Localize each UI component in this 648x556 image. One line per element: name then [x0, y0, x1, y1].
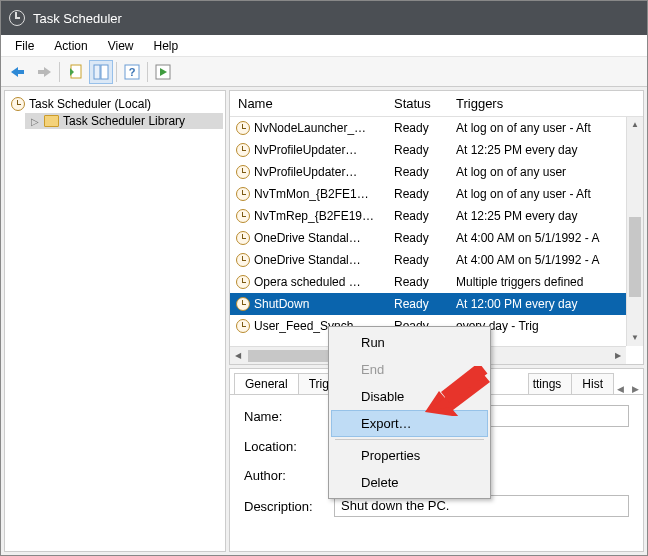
- task-status: Ready: [386, 297, 448, 311]
- task-status: Ready: [386, 165, 448, 179]
- help-button[interactable]: ?: [120, 60, 144, 84]
- tab-settings[interactable]: ttings: [528, 373, 573, 394]
- menubar: File Action View Help: [1, 35, 647, 57]
- menu-action[interactable]: Action: [54, 39, 87, 53]
- tab-scroll-left-icon[interactable]: ◀: [613, 384, 628, 394]
- menu-run[interactable]: Run: [331, 329, 488, 356]
- task-icon: [236, 143, 250, 157]
- task-status: Ready: [386, 231, 448, 245]
- task-name: NvNodeLauncher_…: [254, 121, 366, 135]
- task-icon: [236, 187, 250, 201]
- task-list: Name Status Triggers NvNodeLauncher_…Rea…: [229, 90, 644, 365]
- task-triggers: At log on of any user - Aft: [448, 121, 643, 135]
- menu-delete[interactable]: Delete: [331, 469, 488, 496]
- window-title: Task Scheduler: [33, 11, 122, 26]
- col-status[interactable]: Status: [386, 96, 448, 111]
- task-name: NvProfileUpdater…: [254, 143, 357, 157]
- task-triggers: At 12:25 PM every day: [448, 209, 643, 223]
- task-triggers: Multiple triggers defined: [448, 275, 643, 289]
- scroll-right-icon[interactable]: ▶: [610, 347, 626, 364]
- scheduler-icon: [11, 97, 25, 111]
- col-triggers[interactable]: Triggers: [448, 96, 643, 111]
- tab-general[interactable]: General: [234, 373, 299, 394]
- scroll-up-icon[interactable]: ▲: [627, 117, 643, 133]
- properties-button[interactable]: [63, 60, 87, 84]
- task-status: Ready: [386, 187, 448, 201]
- titlebar[interactable]: Task Scheduler: [1, 1, 647, 35]
- menu-disable[interactable]: Disable: [331, 383, 488, 410]
- tree-library-label: Task Scheduler Library: [63, 114, 185, 128]
- tree-root[interactable]: Task Scheduler (Local): [7, 95, 223, 113]
- menu-separator: [335, 439, 484, 440]
- tree-library[interactable]: ▷ Task Scheduler Library: [25, 113, 223, 129]
- task-icon: [236, 253, 250, 267]
- task-icon: [236, 319, 250, 333]
- task-triggers: At log on of any user: [448, 165, 643, 179]
- location-label: Location:: [244, 439, 334, 454]
- svg-rect-1: [38, 70, 45, 74]
- tab-history[interactable]: Hist: [571, 373, 614, 394]
- tree-root-label: Task Scheduler (Local): [29, 97, 151, 111]
- task-icon: [236, 121, 250, 135]
- task-icon: [236, 165, 250, 179]
- task-row[interactable]: OneDrive Standal…ReadyAt 4:00 AM on 5/1/…: [230, 249, 643, 271]
- scroll-left-icon[interactable]: ◀: [230, 347, 246, 364]
- menu-export[interactable]: Export…: [331, 410, 488, 437]
- show-hide-console-button[interactable]: [89, 60, 113, 84]
- col-name[interactable]: Name: [230, 96, 386, 111]
- menu-view[interactable]: View: [108, 39, 134, 53]
- scroll-thumb[interactable]: [629, 217, 641, 297]
- task-row[interactable]: OneDrive Standal…ReadyAt 4:00 AM on 5/1/…: [230, 227, 643, 249]
- task-name: NvTmRep_{B2FE19…: [254, 209, 374, 223]
- tab-scroll-right-icon[interactable]: ▶: [628, 384, 643, 394]
- name-label: Name:: [244, 409, 334, 424]
- scroll-down-icon[interactable]: ▼: [627, 330, 643, 346]
- scheduler-app-icon: [9, 10, 25, 26]
- task-triggers: At 12:25 PM every day: [448, 143, 643, 157]
- task-row[interactable]: NvNodeLauncher_…ReadyAt log on of any us…: [230, 117, 643, 139]
- task-icon: [236, 209, 250, 223]
- task-triggers: At 4:00 AM on 5/1/1992 - A: [448, 253, 643, 267]
- back-button[interactable]: [6, 60, 30, 84]
- tree-pane: Task Scheduler (Local) ▷ Task Scheduler …: [4, 90, 226, 552]
- svg-rect-3: [94, 65, 100, 79]
- task-name: Opera scheduled …: [254, 275, 361, 289]
- task-name: ShutDown: [254, 297, 309, 311]
- task-name: NvTmMon_{B2FE1…: [254, 187, 369, 201]
- menu-properties[interactable]: Properties: [331, 442, 488, 469]
- task-status: Ready: [386, 209, 448, 223]
- task-row[interactable]: NvTmMon_{B2FE1…ReadyAt log on of any use…: [230, 183, 643, 205]
- menu-help[interactable]: Help: [154, 39, 179, 53]
- task-icon: [236, 275, 250, 289]
- task-status: Ready: [386, 275, 448, 289]
- task-triggers: At log on of any user - Aft: [448, 187, 643, 201]
- task-row[interactable]: ShutDownReadyAt 12:00 PM every day: [230, 293, 643, 315]
- author-label: Author:: [244, 468, 334, 483]
- task-row[interactable]: NvProfileUpdater…ReadyAt log on of any u…: [230, 161, 643, 183]
- task-row[interactable]: NvTmRep_{B2FE19…ReadyAt 12:25 PM every d…: [230, 205, 643, 227]
- task-status: Ready: [386, 121, 448, 135]
- task-status: Ready: [386, 143, 448, 157]
- task-icon: [236, 231, 250, 245]
- toolbar: ?: [1, 57, 647, 87]
- task-name: OneDrive Standal…: [254, 231, 361, 245]
- task-name: OneDrive Standal…: [254, 253, 361, 267]
- task-name: NvProfileUpdater…: [254, 165, 357, 179]
- menu-end: End: [331, 356, 488, 383]
- svg-rect-4: [101, 65, 108, 79]
- vertical-scrollbar[interactable]: ▲ ▼: [626, 117, 643, 346]
- task-row[interactable]: NvProfileUpdater…ReadyAt 12:25 PM every …: [230, 139, 643, 161]
- svg-rect-0: [17, 70, 24, 74]
- svg-text:?: ?: [129, 66, 136, 78]
- task-triggers: At 12:00 PM every day: [448, 297, 643, 311]
- task-triggers: At 4:00 AM on 5/1/1992 - A: [448, 231, 643, 245]
- task-status: Ready: [386, 253, 448, 267]
- run-button[interactable]: [151, 60, 175, 84]
- task-icon: [236, 297, 250, 311]
- task-row[interactable]: Opera scheduled …ReadyMultiple triggers …: [230, 271, 643, 293]
- forward-button[interactable]: [32, 60, 56, 84]
- context-menu: Run End Disable Export… Properties Delet…: [328, 326, 491, 499]
- expand-icon[interactable]: ▷: [29, 116, 40, 127]
- menu-file[interactable]: File: [15, 39, 34, 53]
- description-label: Description:: [244, 499, 334, 514]
